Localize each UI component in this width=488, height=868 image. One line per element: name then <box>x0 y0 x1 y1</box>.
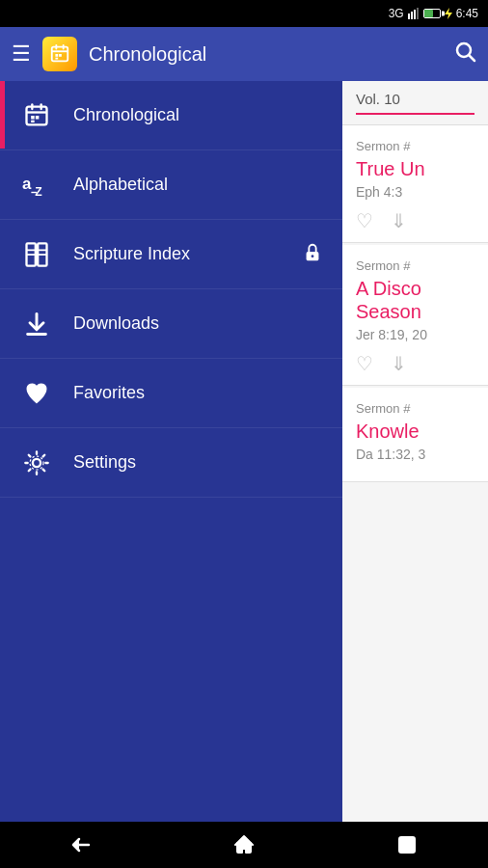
svg-line-13 <box>470 56 475 62</box>
status-bar: 3G 6:45 <box>0 0 488 27</box>
app-title: Chronological <box>89 43 442 66</box>
svg-point-33 <box>33 458 41 466</box>
svg-rect-19 <box>36 116 40 120</box>
recents-button[interactable] <box>378 822 436 868</box>
sermon-card-1[interactable]: Sermon # True Un Eph 4:3 ♡ ⇓ <box>342 125 488 243</box>
book-icon <box>19 237 54 272</box>
calendar-icon <box>19 98 54 133</box>
sidebar-item-settings[interactable]: Settings <box>0 428 342 498</box>
content-panel: Vol. 10 Sermon # True Un Eph 4:3 ♡ ⇓ Ser… <box>342 81 488 822</box>
sermon-title-3: Knowle <box>356 420 474 443</box>
download-button-1[interactable]: ⇓ <box>391 209 407 232</box>
favorites-label: Favorites <box>73 383 145 403</box>
download-button-2[interactable]: ⇓ <box>391 352 407 375</box>
navigation-drawer: Chronological a Z Alphabetical <box>0 81 342 822</box>
sermon-title-2: A Disco Season <box>356 277 474 323</box>
app-icon <box>42 37 77 71</box>
sidebar-item-alphabetical[interactable]: a Z Alphabetical <box>0 150 342 220</box>
content-header: Vol. 10 <box>342 81 488 125</box>
svg-rect-10 <box>59 54 62 57</box>
sermon-actions-2: ♡ ⇓ <box>356 352 474 375</box>
sidebar-item-downloads[interactable]: Downloads <box>0 289 342 359</box>
alphabetical-label: Alphabetical <box>73 175 168 195</box>
chronological-label: Chronological <box>73 105 179 125</box>
svg-rect-35 <box>399 837 415 853</box>
download-icon <box>19 307 54 341</box>
svg-marker-4 <box>445 8 452 19</box>
scripture-index-label: Scripture Index <box>73 244 190 264</box>
header-underline <box>356 113 474 115</box>
settings-icon <box>19 446 54 480</box>
svg-point-31 <box>312 255 314 258</box>
search-button[interactable] <box>453 40 476 68</box>
sermon-number-2: Sermon # <box>356 258 474 273</box>
heart-icon <box>19 376 54 411</box>
sidebar-item-scripture-index[interactable]: Scripture Index <box>0 220 342 289</box>
sermon-title-1: True Un <box>356 157 474 180</box>
menu-button[interactable]: ☰ <box>12 43 31 65</box>
lock-icon <box>302 242 323 267</box>
sidebar-item-chronological[interactable]: Chronological <box>0 81 342 150</box>
charging-icon <box>445 8 452 19</box>
sermon-number-3: Sermon # <box>356 401 474 416</box>
sidebar-item-favorites[interactable]: Favorites <box>0 359 342 428</box>
svg-rect-0 <box>408 14 410 19</box>
svg-rect-20 <box>31 120 35 122</box>
battery-icon <box>423 9 441 18</box>
time-display: 6:45 <box>456 7 478 20</box>
svg-rect-9 <box>55 54 58 57</box>
alphabetical-icon: a Z <box>19 168 54 203</box>
volume-label: Vol. 10 <box>356 91 474 107</box>
sermon-card-3[interactable]: Sermon # Knowle Da 11:32, 3 <box>342 388 488 482</box>
main-area: Chronological a Z Alphabetical <box>0 81 488 822</box>
favorite-button-1[interactable]: ♡ <box>356 209 373 232</box>
svg-rect-2 <box>414 10 416 19</box>
svg-rect-3 <box>417 8 419 19</box>
home-button[interactable] <box>215 822 273 868</box>
svg-rect-18 <box>31 116 35 120</box>
svg-rect-1 <box>411 12 413 19</box>
active-indicator <box>0 81 5 149</box>
sermon-card-2[interactable]: Sermon # A Disco Season Jer 8:19, 20 ♡ ⇓ <box>342 245 488 386</box>
svg-rect-11 <box>55 58 58 60</box>
sermon-number-1: Sermon # <box>356 139 474 153</box>
signal-indicator: 3G <box>389 7 404 20</box>
back-button[interactable] <box>52 822 110 868</box>
sermon-ref-2: Jer 8:19, 20 <box>356 327 474 342</box>
sermon-actions-1: ♡ ⇓ <box>356 209 474 232</box>
svg-text:a: a <box>22 174 32 192</box>
sermon-ref-3: Da 11:32, 3 <box>356 447 474 462</box>
app-header: ☰ Chronological <box>0 27 488 81</box>
bottom-nav <box>0 822 488 868</box>
sermon-ref-1: Eph 4:3 <box>356 184 474 200</box>
favorite-button-2[interactable]: ♡ <box>356 352 373 375</box>
downloads-label: Downloads <box>73 313 159 334</box>
signal-bars-icon <box>408 8 420 19</box>
settings-label: Settings <box>73 452 136 473</box>
